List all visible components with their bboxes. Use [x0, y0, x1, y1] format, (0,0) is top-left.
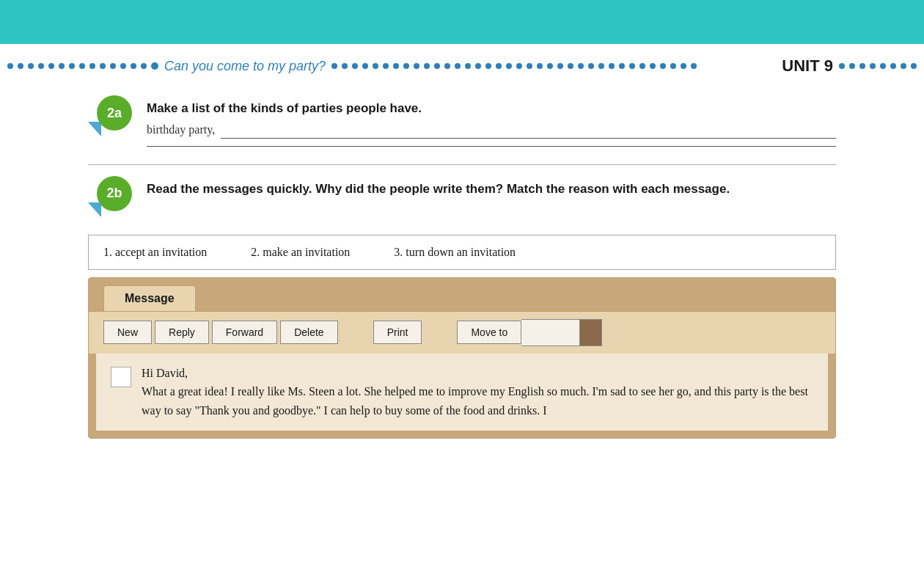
dot [59, 63, 65, 69]
dot [588, 63, 594, 69]
dot [609, 63, 615, 69]
dot [901, 63, 906, 69]
badge-arrow [88, 122, 101, 136]
dot [670, 63, 676, 69]
badge-label-2b: 2b [106, 186, 122, 201]
dot [485, 63, 491, 69]
dot [383, 63, 389, 69]
dot [619, 63, 625, 69]
dot [393, 63, 399, 69]
message-text: Hi David, What a great idea! I really li… [142, 364, 813, 420]
message-tab-row: Message [89, 278, 835, 311]
dot [506, 63, 512, 69]
dot [475, 63, 481, 69]
dot [352, 63, 358, 69]
dot [48, 63, 54, 69]
forward-button[interactable]: Forward [212, 321, 277, 344]
dot [911, 63, 917, 69]
dot [38, 63, 44, 69]
dot [681, 63, 686, 69]
message-greeting: Hi David, [142, 364, 813, 383]
dot [639, 63, 645, 69]
dot [660, 63, 666, 69]
message-tab[interactable]: Message [103, 285, 196, 311]
dot [434, 63, 440, 69]
dot [444, 63, 450, 69]
badge-2b: 2b [88, 176, 132, 220]
header-dots-left [7, 62, 158, 70]
reply-button[interactable]: Reply [155, 321, 209, 344]
dot [455, 63, 461, 69]
dot [516, 63, 522, 69]
dot [527, 63, 532, 69]
exercise-2a-input-label: birthday party, [147, 123, 215, 136]
matching-item-3: 3. turn down an invitation [394, 246, 516, 259]
exercise-2b-content: Read the messages quickly. Why did the p… [147, 176, 836, 204]
badge-circle: 2a [97, 95, 132, 131]
unit-label: UNIT 9 [782, 56, 833, 76]
exercise-2a-underline [147, 146, 836, 147]
badge-arrow-2b [88, 202, 101, 217]
badge-2a: 2a [88, 95, 132, 139]
moveto-input[interactable] [521, 319, 580, 346]
matching-item-1: 1. accept an invitation [103, 246, 207, 259]
top-bar [0, 0, 924, 44]
header-title: Can you come to my party? [164, 59, 326, 74]
dot [7, 63, 13, 69]
message-checkbox[interactable] [111, 367, 131, 387]
print-button[interactable]: Print [373, 321, 422, 344]
exercise-2a-input-row: birthday party, [147, 123, 836, 139]
dot [629, 63, 635, 69]
exercise-2a-input[interactable] [221, 123, 836, 139]
dot [362, 63, 368, 69]
main-content: 2a Make a list of the kinds of parties p… [0, 88, 924, 446]
dot [331, 63, 337, 69]
dot [557, 63, 563, 69]
dot [28, 63, 34, 69]
dot [859, 63, 865, 69]
dot [403, 63, 409, 69]
dot [880, 63, 886, 69]
message-body: Hi David, What a great idea! I really li… [96, 354, 828, 431]
dot [110, 63, 116, 69]
new-button[interactable]: New [103, 321, 152, 344]
dot [849, 63, 855, 69]
badge-label: 2a [107, 106, 122, 121]
matching-item-2: 2. make an invitation [251, 246, 350, 259]
dot [465, 63, 471, 69]
exercise-2b-row: 2b Read the messages quickly. Why did th… [88, 176, 836, 220]
dot [568, 63, 573, 69]
dot [342, 63, 348, 69]
message-toolbar: New Reply Forward Delete Print Move to [89, 311, 835, 354]
section-divider [88, 164, 836, 165]
dot [578, 63, 584, 69]
exercise-2a-content: Make a list of the kinds of parties peop… [147, 95, 836, 150]
dot [424, 63, 430, 69]
moveto-button[interactable]: Move to [457, 321, 521, 344]
message-paragraph: What a great idea! I really like Ms. Ste… [142, 382, 813, 420]
moveto-group: Move to [457, 319, 602, 346]
dot [69, 63, 75, 69]
dot [537, 63, 543, 69]
dot [691, 63, 697, 69]
dot [120, 63, 126, 69]
moveto-arrow[interactable] [580, 319, 602, 346]
dot [890, 63, 896, 69]
dot [151, 62, 158, 70]
message-container: Message New Reply Forward Delete Print M… [88, 277, 836, 439]
dot [18, 63, 23, 69]
dot [79, 63, 85, 69]
dot [870, 63, 876, 69]
dot [414, 63, 419, 69]
delete-button[interactable]: Delete [280, 321, 337, 344]
header-section: Can you come to my party? [0, 44, 924, 88]
dot [373, 63, 378, 69]
badge-circle-2b: 2b [97, 176, 132, 211]
dot [839, 63, 845, 69]
header-dots-right [839, 63, 917, 69]
header-dots-middle [331, 63, 776, 69]
exercise-2a-row: 2a Make a list of the kinds of parties p… [88, 95, 836, 150]
dot [496, 63, 502, 69]
dot [100, 63, 106, 69]
dot [141, 63, 147, 69]
